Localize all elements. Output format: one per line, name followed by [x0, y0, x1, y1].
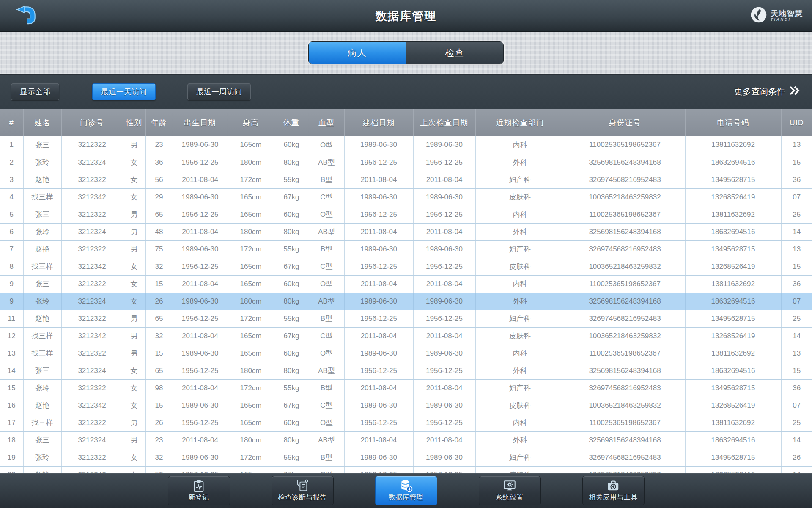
tab-zone: 病人 检查 [0, 32, 812, 74]
table-cell: 3212324 [61, 223, 123, 240]
table-cell: 80kg [274, 154, 309, 171]
table-row[interactable]: 15张玲3212322女982011-08-04172cm55kgB型2011-… [0, 379, 812, 397]
table-container: #姓名门诊号性别年龄出生日期身高体重血型建档日期上次检查日期近期检查部门身份证号… [0, 109, 812, 508]
patient-table: #姓名门诊号性别年龄出生日期身高体重血型建档日期上次检查日期近期检查部门身份证号… [0, 109, 812, 484]
table-cell: 15 [145, 345, 173, 362]
table-cell: 07 [781, 188, 812, 206]
table-row[interactable]: 1张三3212322男231989-06-30165cm60kgO型1989-0… [0, 136, 812, 154]
table-cell: 1989-06-30 [344, 397, 413, 414]
table-cell: 13811632692 [685, 206, 781, 223]
table-cell: 3212324 [61, 362, 123, 379]
table-cell: 12 [0, 327, 23, 345]
table-row[interactable]: 3赵艳3212322女562011-08-04172cm55kgB型2011-0… [0, 171, 812, 188]
table-cell: 1989-06-30 [173, 240, 228, 258]
table-cell: 14 [781, 431, 812, 449]
table-cell: 男 [123, 345, 145, 362]
table-row[interactable]: 2张玲3212324女361956-12-25180cm80kgAB型1956-… [0, 154, 812, 171]
table-cell: 1989-06-30 [344, 345, 413, 362]
nav-exam-diagnosis-report-button[interactable]: 检查诊断与报告 [272, 476, 334, 505]
nav-new-registration-button[interactable]: 新登记 [168, 476, 230, 505]
tab-examination[interactable]: 检查 [406, 42, 504, 64]
table-cell: 60kg [274, 206, 309, 223]
nav-system-settings-button[interactable]: 系统设置 [479, 476, 541, 505]
filter-last-week-button[interactable]: 最近一周访问 [187, 83, 251, 100]
table-cell: 1956-12-25 [413, 414, 475, 431]
table-cell: 55kg [274, 171, 309, 188]
table-cell: 1956-12-25 [344, 414, 413, 431]
table-row[interactable]: 14张三3212324女651956-12-25180cm80kgAB型1956… [0, 362, 812, 379]
nav-label: 新登记 [188, 493, 209, 502]
table-cell: 张玲 [23, 154, 61, 171]
tab-patient[interactable]: 病人 [309, 42, 406, 64]
table-cell: 3212322 [61, 136, 123, 154]
table-cell: 18 [0, 431, 23, 449]
table-cell: 1989-06-30 [344, 293, 413, 310]
segmented-control: 病人 检查 [308, 41, 504, 64]
table-cell: 65 [145, 206, 173, 223]
table-row[interactable]: 9张三3212322女152011-08-04165cm60kgO型2011-0… [0, 275, 812, 293]
table-cell: 2011-08-04 [344, 223, 413, 240]
table-cell: 29 [145, 188, 173, 206]
table-row[interactable]: 7赵艳3212322男751989-06-30172cm55kgB型1989-0… [0, 240, 812, 258]
table-row[interactable]: 9张玲3212324女261989-06-30180cm80kgAB型1989-… [0, 293, 812, 310]
table-cell: 13811632692 [685, 136, 781, 154]
table-row[interactable]: 4找三样3212342女291989-06-30165cm67kgC型1989-… [0, 188, 812, 206]
table-cell: 3212322 [61, 275, 123, 293]
table-cell: B型 [309, 310, 344, 327]
table-cell: 180cm [228, 223, 274, 240]
table-row[interactable]: 17找三样3212322男261956-12-25165cm60kgO型1956… [0, 414, 812, 431]
stethoscope-report-icon [296, 479, 309, 493]
table-cell: 325698156248394168 [565, 431, 685, 449]
table-row[interactable]: 8找三样3212342女321956-12-25165cm67kgC型1956-… [0, 258, 812, 275]
table-cell: 11 [0, 310, 23, 327]
table-cell: 女 [123, 397, 145, 414]
column-header: # [0, 109, 23, 136]
table-cell: 17 [0, 414, 23, 431]
table-cell: 皮肤科 [475, 188, 565, 206]
table-row[interactable]: 19张玲3212322女321989-06-30172cm55kgB型1989-… [0, 449, 812, 466]
table-cell: 内科 [475, 206, 565, 223]
table-cell: 14 [0, 362, 23, 379]
table-cell: 找三样 [23, 258, 61, 275]
table-cell: 172cm [228, 240, 274, 258]
filter-last-day-button[interactable]: 最近一天访问 [92, 83, 156, 100]
table-row[interactable]: 6张玲3212324男482011-08-04180cm80kgAB型2011-… [0, 223, 812, 240]
table-cell: 张玲 [23, 293, 61, 310]
table-cell: 2011-08-04 [173, 171, 228, 188]
table-cell: 2011-08-04 [344, 171, 413, 188]
table-cell: 张三 [23, 431, 61, 449]
table-cell: O型 [309, 136, 344, 154]
table-cell: 2011-08-04 [413, 275, 475, 293]
table-cell: C型 [309, 258, 344, 275]
column-header: 出生日期 [173, 109, 228, 136]
table-row[interactable]: 18张三3212324男232011-08-04180cm80kgAB型2011… [0, 431, 812, 449]
table-cell: 1989-06-30 [413, 188, 475, 206]
table-cell: 3212322 [61, 171, 123, 188]
table-cell: 2011-08-04 [344, 275, 413, 293]
table-cell: 内科 [475, 414, 565, 431]
table-cell: 2011-08-04 [413, 223, 475, 240]
table-cell: 180cm [228, 293, 274, 310]
nav-database-management-button[interactable]: 数据库管理 [375, 476, 437, 505]
table-row[interactable]: 5张三3212322男651956-12-25165cm60kgO型1956-1… [0, 206, 812, 223]
table-cell: 15 [781, 258, 812, 275]
table-row[interactable]: 11赵艳3212322男651956-12-25172cm55kgB型1956-… [0, 310, 812, 327]
table-cell: 13268526419 [685, 188, 781, 206]
table-cell: 1989-06-30 [413, 449, 475, 466]
table-cell: 325698156248394168 [565, 223, 685, 240]
nav-related-apps-tools-button[interactable]: 相关应用与工具 [582, 476, 645, 505]
table-cell: 326974568216952483 [565, 171, 685, 188]
more-query-conditions-link[interactable]: 更多查询条件 [734, 86, 800, 97]
table-cell: 18632694516 [685, 154, 781, 171]
table-cell: 67kg [274, 258, 309, 275]
filter-show-all-button[interactable]: 显示全部 [11, 83, 59, 100]
table-row[interactable]: 13找三样3212322男151989-06-30165cm60kgO型1989… [0, 345, 812, 362]
table-row[interactable]: 16赵艳3212342女151989-06-30165cm67kgC型1989-… [0, 397, 812, 414]
table-row[interactable]: 12找三样3212342男322011-08-04165cm67kgC型2011… [0, 327, 812, 345]
table-cell: 男 [123, 206, 145, 223]
table-cell: 找三样 [23, 414, 61, 431]
column-header: 近期检查部门 [475, 109, 565, 136]
table-cell: 1956-12-25 [413, 258, 475, 275]
table-cell: 2011-08-04 [344, 379, 413, 397]
table-cell: 赵艳 [23, 240, 61, 258]
